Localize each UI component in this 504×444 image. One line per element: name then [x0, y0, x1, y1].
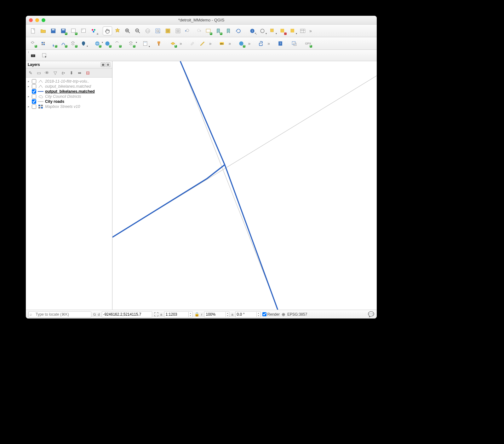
close-panel-button[interactable]: ⊠ [106, 62, 110, 67]
layer-visibility-checkbox[interactable] [32, 89, 36, 94]
expand-arrow[interactable]: ▸ [26, 85, 30, 88]
toolbar-overflow-1[interactable]: » [308, 28, 313, 33]
postgis-button[interactable]: ▾ [79, 39, 88, 48]
new-geopackage-button[interactable] [38, 39, 48, 48]
add-group-icon[interactable]: ▭ [35, 69, 42, 76]
area-select-tool-button[interactable] [40, 51, 49, 60]
layer-name: output_bikelanes.matched [45, 89, 95, 94]
save-button[interactable] [49, 26, 58, 35]
zoom-to-selection-button[interactable] [163, 26, 173, 35]
new-virtual-layer-button[interactable] [69, 39, 78, 48]
rot-prefix: a [231, 313, 233, 316]
toolbar-overflow-2e[interactable]: » [266, 41, 271, 46]
expand-arrow[interactable]: ▸ [26, 105, 30, 108]
field-calculator-button[interactable]: ▾ [140, 39, 150, 48]
wms-button[interactable]: ▾ [93, 39, 102, 48]
layer-visibility-checkbox[interactable] [32, 99, 36, 104]
identify-button[interactable]: i↖ [248, 26, 257, 35]
action-button[interactable]: ▾ [258, 26, 267, 35]
zoom-native-button[interactable]: 1:1 [143, 26, 152, 35]
layer-row[interactable]: ▸Mapbox Streets v10 [26, 104, 112, 109]
new-project-button[interactable] [28, 26, 38, 35]
zoom-in-button[interactable] [123, 26, 132, 35]
pan-button[interactable] [103, 26, 112, 35]
zoom-full-button[interactable] [153, 26, 163, 35]
layer-style-icon[interactable]: ✎ [27, 69, 34, 76]
deselect-button[interactable] [278, 26, 287, 35]
pencil-button[interactable] [198, 39, 207, 48]
layer-row[interactable]: City roads [26, 99, 112, 104]
layer-row[interactable]: ▸City Council Districts [26, 94, 112, 99]
zoom-last-button[interactable] [183, 26, 193, 35]
zoom-out-button[interactable] [133, 26, 142, 35]
toolbar-overflow-2c[interactable]: » [227, 41, 232, 46]
extents-icon[interactable]: ⛶ [154, 312, 158, 317]
plugins-web-button[interactable] [237, 39, 246, 48]
filter-icon[interactable]: ▽ [52, 69, 59, 76]
layer-swatch [38, 85, 43, 88]
new-memory-layer-button[interactable] [59, 39, 68, 48]
lock-icon[interactable]: 🔒 [194, 312, 199, 317]
attribute-table-button[interactable] [298, 26, 307, 35]
paint-button[interactable] [188, 39, 197, 48]
expand-arrow[interactable]: ▸ [26, 95, 30, 98]
layer-list[interactable]: ▸2018-11-10-flitr-trip-volu..▸output_bik… [26, 78, 112, 310]
layer-styling-button[interactable] [168, 39, 178, 48]
toggle-editing-button[interactable]: ▾ [127, 39, 136, 48]
layer-row[interactable]: output_bikelanes.matched [26, 89, 112, 94]
select-button[interactable]: ▾ [268, 26, 277, 35]
select-by-expression-button[interactable]: ▾ [288, 26, 297, 35]
label-button[interactable]: abc [217, 39, 227, 48]
open-project-button[interactable] [38, 26, 48, 35]
undock-button[interactable]: ▣ [101, 62, 105, 67]
remove-layer-icon[interactable]: ⊟ [84, 69, 91, 76]
expand-all-icon[interactable]: ⬍ [68, 69, 75, 76]
georef-button[interactable] [289, 39, 299, 48]
visibility-icon[interactable]: 👁 [43, 69, 50, 76]
locator-input[interactable] [28, 311, 91, 318]
gpx-button[interactable]: GPX [303, 39, 313, 48]
collapse-all-icon[interactable]: ⬌ [76, 69, 83, 76]
expression-filter-icon[interactable]: ε▾ [60, 69, 67, 76]
render-checkbox[interactable]: Render [262, 312, 280, 317]
coordinate-field[interactable] [102, 311, 152, 318]
add-vector-layer-button[interactable] [113, 39, 122, 48]
toolbar-overflow-2a[interactable]: » [178, 41, 183, 46]
scale-field[interactable]: ▴▾ [164, 311, 192, 318]
pan-to-selection-button[interactable] [113, 26, 122, 35]
zoom-next-button[interactable] [193, 26, 203, 35]
new-bookmark-button[interactable] [214, 26, 223, 35]
layout-manager-button[interactable] [79, 26, 88, 35]
layer-row[interactable]: ▸output_bikelanes.matched [26, 84, 112, 89]
layer-visibility-checkbox[interactable] [32, 104, 36, 109]
layer-row[interactable]: ▸2018-11-10-flitr-trip-volu.. [26, 79, 112, 84]
copy-style-button[interactable] [154, 39, 164, 48]
new-print-layout-button[interactable] [69, 26, 78, 35]
new-shapefile-button[interactable] [28, 39, 38, 48]
zoom-to-layer-button[interactable] [173, 26, 183, 35]
save-as-button[interactable] [59, 26, 68, 35]
wfs-button[interactable] [103, 39, 112, 48]
rotation-field[interactable]: ▴▾ [235, 311, 261, 318]
crs-icon[interactable]: ⊕ [282, 312, 285, 317]
layer-visibility-checkbox[interactable] [32, 84, 36, 89]
python-console-button[interactable] [256, 39, 266, 48]
new-map-view-button[interactable] [203, 26, 213, 35]
crs-label[interactable]: EPSG:3857 [287, 312, 307, 317]
style-manager-button[interactable]: a [89, 26, 98, 35]
help-button[interactable]: ? [276, 39, 285, 48]
expand-arrow[interactable]: ▸ [26, 80, 30, 83]
refresh-button[interactable] [234, 26, 243, 35]
toolbar-overflow-2d[interactable]: » [247, 41, 252, 46]
magnifier-field[interactable]: ▴▾ [204, 311, 229, 318]
map-canvas[interactable] [112, 61, 377, 310]
layer-visibility-checkbox[interactable] [32, 79, 36, 84]
coord-label: d [98, 313, 100, 316]
toolbar-overflow-2b[interactable]: » [208, 41, 213, 46]
photo-tool-button[interactable]: ↑ [28, 51, 38, 60]
new-spatialite-button[interactable]: , [49, 39, 58, 48]
messages-icon[interactable]: 💬 [368, 311, 374, 317]
bookmarks-button[interactable] [224, 26, 233, 35]
locator-search: ⌕ [28, 311, 91, 318]
layer-visibility-checkbox[interactable] [32, 94, 36, 99]
